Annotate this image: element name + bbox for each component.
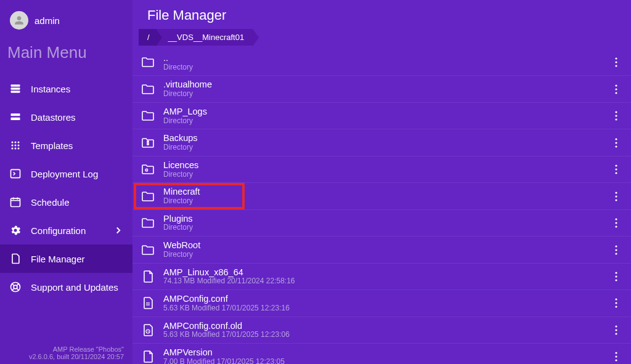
sidebar-item-configuration[interactable]: Configuration [0, 216, 132, 245]
breadcrumb: /__VDS__Minecraft01 [132, 28, 631, 49]
folder-icon [140, 242, 156, 258]
svg-point-58 [615, 279, 617, 281]
more-actions-button[interactable] [610, 298, 622, 308]
svg-point-43 [615, 165, 617, 167]
sidebar-item-label: File Manager [31, 254, 85, 264]
user-row[interactable]: admin [0, 6, 132, 34]
file-name: Plugins [163, 214, 603, 224]
file-info: AMP_Linux_x86_6474.13 MB Modified 20/11/… [163, 267, 603, 286]
file-info: LicencesDirectory [163, 160, 603, 179]
svg-point-30 [615, 92, 617, 94]
svg-point-26 [615, 62, 617, 63]
file-info: WebRootDirectory [163, 240, 603, 259]
sidebar-item-label: Instances [31, 84, 70, 94]
svg-rect-15 [11, 198, 20, 206]
svg-point-61 [615, 299, 617, 301]
more-actions-button[interactable] [610, 111, 622, 121]
file-subtitle: 5.63 KB Modified 17/01/2025 12:23:06 [163, 331, 603, 339]
svg-point-34 [615, 115, 617, 117]
svg-point-39 [615, 142, 617, 144]
more-actions-button[interactable] [610, 218, 622, 228]
more-actions-button[interactable] [610, 325, 622, 335]
file-subtitle: 74.13 MB Modified 20/11/2024 22:58:16 [163, 277, 603, 286]
svg-point-25 [615, 58, 617, 60]
more-actions-button[interactable] [610, 138, 622, 148]
file-subtitle: Directory [163, 171, 603, 179]
svg-point-33 [615, 111, 617, 113]
file-subtitle: 7.00 B Modified 17/01/2025 12:23:05 [163, 358, 603, 364]
sidebar-item-label: Support and Updates [31, 282, 118, 293]
svg-point-62 [615, 302, 617, 304]
file-info: AMPConfig.conf.old5.63 KB Modified 17/01… [163, 321, 603, 339]
sidebar-item-label: Schedule [31, 197, 70, 208]
svg-point-50 [615, 222, 617, 224]
file-subtitle: Directory [163, 224, 603, 232]
more-actions-button[interactable] [610, 164, 622, 174]
chevron-right-icon [113, 225, 124, 236]
file-row[interactable]: LicencesDirectory [132, 156, 631, 183]
file-name: AMPConfig.conf.old [163, 321, 603, 331]
svg-point-41 [145, 169, 148, 171]
more-actions-button[interactable] [610, 192, 622, 201]
sidebar-item-instances[interactable]: Instances [0, 75, 132, 103]
svg-point-8 [12, 145, 14, 147]
svg-point-35 [615, 119, 617, 121]
sidebar-item-schedule[interactable]: Schedule [0, 188, 132, 216]
svg-line-24 [17, 289, 19, 291]
breadcrumb-segment[interactable]: / [139, 29, 156, 46]
svg-rect-0 [11, 84, 20, 86]
svg-point-53 [615, 245, 617, 247]
file-name: AMPConfig.conf [163, 294, 603, 304]
svg-line-21 [12, 283, 14, 285]
file-info: ..Directory [163, 53, 603, 71]
file-row[interactable]: AMPConfig.conf5.63 KB Modified 17/01/202… [132, 290, 631, 317]
more-actions-button[interactable] [610, 84, 622, 94]
file-row[interactable]: BackupsDirectory [132, 129, 631, 156]
file-icon [140, 349, 156, 364]
svg-point-51 [615, 225, 617, 227]
folder-icon [140, 215, 156, 231]
file-subtitle: Directory [163, 90, 603, 99]
file-row[interactable]: MinecraftDirectory [132, 183, 631, 209]
svg-point-63 [615, 306, 617, 308]
file-row[interactable]: WebRootDirectory [132, 237, 631, 263]
sidebar-item-templates[interactable]: Templates [0, 131, 132, 160]
file-info: AMP_LogsDirectory [163, 107, 603, 125]
more-actions-button[interactable] [610, 245, 622, 255]
sidebar-item-datastores[interactable]: Datastores [0, 103, 132, 131]
sidebar-item-deployment-log[interactable]: Deployment Log [0, 160, 132, 188]
file-icon [9, 252, 22, 265]
svg-rect-36 [147, 141, 149, 142]
svg-point-45 [615, 172, 617, 174]
sidebar-item-support[interactable]: Support and Updates [0, 273, 132, 301]
svg-point-38 [615, 138, 617, 140]
file-row[interactable]: .virtualhomeDirectory [132, 76, 631, 102]
svg-point-13 [18, 148, 20, 150]
file-row[interactable]: ..Directory [132, 49, 631, 76]
file-icon [140, 269, 156, 285]
file-row[interactable]: AMPVersion7.00 B Modified 17/01/2025 12:… [132, 344, 631, 364]
footer-line1: AMP Release "Phobos" [9, 346, 124, 353]
file-list: ..Directory.virtualhomeDirectoryAMP_Logs… [132, 49, 631, 364]
file-name: Minecraft [163, 187, 603, 197]
deploy-icon [9, 167, 22, 180]
more-actions-button[interactable] [610, 352, 622, 362]
file-name: AMPVersion [163, 347, 603, 358]
sidebar: admin Main Menu InstancesDatastoresTempl… [0, 0, 132, 364]
more-actions-button[interactable] [610, 57, 622, 67]
folder-icon [140, 54, 156, 70]
file-row[interactable]: PluginsDirectory [132, 210, 631, 237]
file-row[interactable]: AMP_Linux_x86_6474.13 MB Modified 20/11/… [132, 264, 631, 290]
file-subtitle: Directory [163, 251, 603, 259]
svg-point-67 [615, 333, 617, 334]
file-icon [140, 322, 156, 338]
more-actions-button[interactable] [610, 272, 622, 281]
svg-rect-3 [11, 113, 20, 116]
instances-icon [9, 82, 22, 95]
file-row[interactable]: AMP_LogsDirectory [132, 103, 631, 129]
file-row[interactable]: AMPConfig.conf.old5.63 KB Modified 17/01… [132, 317, 631, 344]
file-subtitle: 5.63 KB Modified 17/01/2025 12:23:16 [163, 304, 603, 313]
file-icon [140, 295, 156, 311]
sidebar-item-file-manager[interactable]: File Manager [0, 245, 132, 273]
breadcrumb-segment[interactable]: __VDS__Minecraft01 [156, 29, 253, 46]
